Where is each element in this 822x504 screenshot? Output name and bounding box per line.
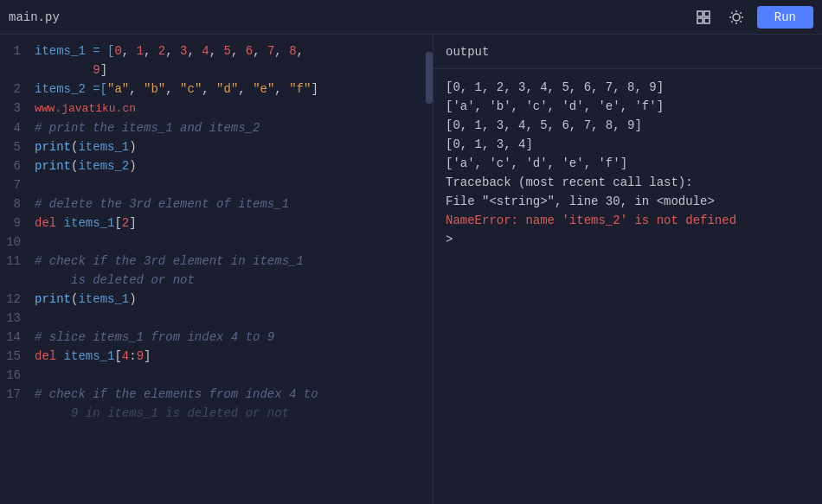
svg-rect-3 [704,18,710,23]
list-item: Traceback (most recent call last): [446,173,810,192]
list-item: File "<string>", line 30, in <module> [446,192,810,211]
table-row: 17 # check if the elements from index 4 … [0,385,433,404]
table-row: 16 [0,366,433,385]
table-row: 10 [0,233,433,252]
scrollbar-thumb[interactable] [426,52,433,104]
list-item: NameError: name 'items_2' is not defined [446,211,810,230]
table-row: 1 items_1 = [0, 1, 2, 3, 4, 5, 6, 7, 8, [0,41,433,61]
table-row: is deleted or not [0,271,433,290]
output-pane: output [0, 1, 2, 3, 4, 5, 6, 7, 8, 9] ['… [433,35,822,504]
table-row: 7 [0,175,433,195]
svg-rect-1 [704,11,710,16]
table-row: 2 items_2 =["a", "b", "c", "d", "e", "f"… [0,80,433,99]
table-row: 15 del items_1[4:9] [0,347,433,366]
file-title: main.py [9,10,691,24]
svg-rect-0 [697,11,703,16]
list-item: > [446,230,810,249]
list-item: [0, 1, 3, 4] [446,135,810,154]
list-item: [0, 1, 3, 4, 5, 6, 7, 8, 9] [446,116,810,135]
svg-point-4 [733,14,740,21]
table-row: 11 # check if the 3rd element in items_1 [0,252,433,271]
table-row: 13 [0,309,433,328]
header: main.py Run [0,0,822,35]
list-item: ['a', 'c', 'd', 'e', 'f'] [446,154,810,173]
table-row: 9] [0,61,433,80]
list-item: [0, 1, 2, 3, 4, 5, 6, 7, 8, 9] [446,78,810,97]
sun-icon[interactable] [724,5,748,29]
main-area: 1 items_1 = [0, 1, 2, 3, 4, 5, 6, 7, 8, … [0,35,822,504]
table-row: 8 # delete the 3rd element of items_1 [0,195,433,214]
run-button[interactable]: Run [757,6,813,29]
svg-line-9 [731,12,732,13]
svg-line-12 [731,21,732,22]
output-content[interactable]: [0, 1, 2, 3, 4, 5, 6, 7, 8, 9] ['a', 'b'… [433,69,822,504]
editor-scrollbar[interactable] [426,35,433,504]
svg-line-11 [740,12,741,13]
output-header: output [433,35,822,69]
layout-icon[interactable] [691,5,716,29]
output-title: output [446,45,489,59]
table-row: 12 print(items_1) [0,290,433,309]
table-row: 14 # slice items_1 from index 4 to 9 [0,328,433,347]
svg-rect-2 [697,18,703,23]
table-row: 3 www.javatiku.cn [0,99,433,118]
svg-line-10 [740,21,741,22]
table-row: 5 print(items_1) [0,137,433,156]
header-icons [691,5,748,29]
table-row: 4 # print the items_1 and items_2 [0,118,433,137]
editor-pane: 1 items_1 = [0, 1, 2, 3, 4, 5, 6, 7, 8, … [0,35,433,504]
table-row: 9 del items_1[2] [0,214,433,233]
table-row: 6 print(items_2) [0,156,433,175]
table-row: 9 in items_1 is deleted or not [0,404,433,423]
list-item: ['a', 'b', 'c', 'd', 'e', 'f'] [446,97,810,116]
editor-content[interactable]: 1 items_1 = [0, 1, 2, 3, 4, 5, 6, 7, 8, … [0,35,433,504]
